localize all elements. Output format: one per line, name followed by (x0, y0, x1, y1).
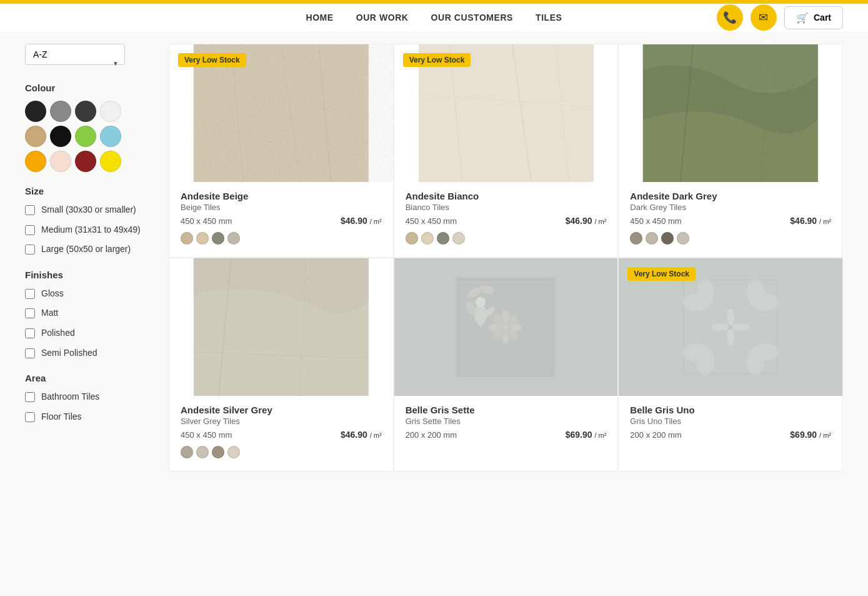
swatch-pink[interactable] (50, 151, 71, 172)
swatch-orange[interactable] (25, 151, 46, 172)
area-bathroom-item: Bathroom Tiles (25, 391, 150, 403)
product-image-4 (169, 258, 393, 396)
finish-gloss-label[interactable]: Gloss (41, 288, 64, 300)
product-unit-1: / m² (370, 218, 382, 225)
product-subtitle-5: Gris Sette Tiles (406, 417, 607, 426)
size-large-label[interactable]: Large (50x50 or larger) (41, 243, 131, 256)
phone-icon[interactable]: 📞 (717, 4, 743, 31)
mini-swatch[interactable] (646, 232, 658, 245)
sidebar: A-Z Z-A Price: Low to High Price: High t… (25, 44, 169, 472)
swatch-red[interactable] (75, 151, 96, 172)
product-card-1[interactable]: Very Low Stock Andesite Beige Beige Tile (169, 44, 394, 258)
mini-swatch[interactable] (181, 232, 193, 245)
email-icon[interactable]: ✉ (751, 4, 777, 31)
finish-gloss-checkbox[interactable] (25, 289, 35, 299)
header-right: 📞 ✉ 🛒 Cart (717, 4, 843, 31)
mini-swatch[interactable] (181, 446, 193, 458)
size-medium-checkbox[interactable] (25, 225, 35, 235)
products-area: Very Low Stock Andesite Beige Beige Tile (169, 44, 843, 472)
size-large-checkbox[interactable] (25, 245, 35, 255)
swatch-yellow[interactable] (100, 151, 121, 172)
svg-point-20 (476, 297, 486, 307)
finishes-filter-title: Finishes (25, 270, 150, 280)
product-name-4: Andesite Silver Grey (181, 405, 382, 415)
mini-swatch[interactable] (406, 232, 418, 245)
colour-filter-title: Colour (25, 83, 150, 93)
product-unit-3: / m² (819, 218, 831, 225)
swatch-tan[interactable] (25, 126, 46, 147)
finish-gloss-item: Gloss (25, 288, 150, 300)
product-size-5: 200 x 200 mm (406, 430, 457, 440)
swatch-white[interactable] (100, 101, 121, 122)
product-price-1: $46.90 / m² (341, 216, 382, 226)
finish-polished-label[interactable]: Polished (41, 327, 75, 340)
product-details-1: 450 x 450 mm $46.90 / m² (181, 216, 382, 226)
finish-semi-polished-checkbox[interactable] (25, 348, 35, 358)
sort-dropdown[interactable]: A-Z Z-A Price: Low to High Price: High t… (25, 44, 125, 65)
area-floor-label[interactable]: Floor Tiles (41, 411, 82, 423)
mini-swatch[interactable] (196, 232, 209, 245)
nav-our-customers[interactable]: OUR CUSTOMERS (431, 13, 513, 23)
swatch-black2[interactable] (50, 126, 71, 147)
size-small-checkbox[interactable] (25, 205, 35, 215)
size-filter: Size Small (30x30 or smaller) Medium (31… (25, 186, 150, 256)
product-unit-6: / m² (819, 432, 831, 439)
size-medium-label[interactable]: Medium (31x31 to 49x49) (41, 224, 141, 236)
main-nav: HOME OUR WORK OUR CUSTOMERS TILES (306, 13, 562, 23)
product-subtitle-1: Beige Tiles (181, 203, 382, 212)
swatch-black[interactable] (25, 101, 46, 122)
mini-swatch[interactable] (452, 232, 465, 245)
area-floor-checkbox[interactable] (25, 412, 35, 422)
svg-point-45 (751, 343, 779, 361)
mini-swatch[interactable] (212, 232, 224, 245)
swatch-green[interactable] (75, 126, 96, 147)
finish-matt-checkbox[interactable] (25, 308, 35, 318)
stock-badge-1: Very Low Stock (178, 53, 246, 67)
mini-swatch[interactable] (630, 232, 642, 245)
product-price-2: $46.90 / m² (566, 216, 607, 226)
product-details-6: 200 x 200 mm $69.90 / m² (630, 430, 831, 440)
mini-swatch[interactable] (677, 232, 689, 245)
mini-swatch[interactable] (421, 232, 434, 245)
svg-point-47 (727, 308, 734, 326)
cart-button[interactable]: 🛒 Cart (784, 6, 843, 29)
nav-tiles[interactable]: TILES (536, 13, 562, 23)
colour-filter: Colour (25, 83, 150, 172)
stock-badge-6: Very Low Stock (627, 267, 696, 281)
area-filter: Area Bathroom Tiles Floor Tiles (25, 373, 150, 423)
mini-swatch[interactable] (661, 232, 674, 245)
finish-semi-polished-label[interactable]: Semi Polished (41, 347, 97, 360)
finish-polished-checkbox[interactable] (25, 328, 35, 338)
product-unit-4: / m² (370, 432, 382, 439)
svg-point-43 (682, 343, 710, 361)
product-card-4[interactable]: Andesite Silver Grey Silver Grey Tiles 4… (169, 258, 394, 472)
product-info-1: Andesite Beige Beige Tiles 450 x 450 mm … (169, 182, 393, 226)
product-subtitle-2: Bianco Tiles (406, 203, 607, 212)
product-price-4: $46.90 / m² (341, 430, 382, 440)
size-small-label[interactable]: Small (30x30 or smaller) (41, 204, 136, 216)
product-name-5: Belle Gris Sette (406, 405, 607, 415)
swatch-grey[interactable] (50, 101, 71, 122)
svg-point-48 (727, 328, 734, 346)
product-card-3[interactable]: Andesite Dark Grey Dark Grey Tiles 450 x… (618, 44, 843, 258)
svg-point-50 (732, 323, 749, 331)
size-large-item: Large (50x50 or larger) (25, 243, 150, 256)
area-bathroom-checkbox[interactable] (25, 392, 35, 402)
mini-swatch[interactable] (227, 446, 240, 458)
mini-swatch[interactable] (227, 232, 240, 245)
finish-matt-label[interactable]: Matt (41, 307, 58, 320)
product-card-5[interactable]: Belle Gris Sette Gris Sette Tiles 200 x … (394, 258, 619, 472)
product-size-6: 200 x 200 mm (630, 430, 681, 440)
swatch-darkgrey[interactable] (75, 101, 96, 122)
swatch-lightblue[interactable] (100, 126, 121, 147)
nav-home[interactable]: HOME (306, 13, 333, 23)
product-card-6[interactable]: Very Low Stock (618, 258, 843, 472)
mini-swatch[interactable] (196, 446, 209, 458)
nav-our-work[interactable]: OUR WORK (356, 13, 409, 23)
area-bathroom-label[interactable]: Bathroom Tiles (41, 391, 99, 403)
product-card-2[interactable]: Very Low Stock Andesite Bianco Bianco Ti… (394, 44, 619, 258)
product-unit-5: / m² (594, 432, 606, 439)
mini-swatch[interactable] (212, 446, 224, 458)
mini-swatch[interactable] (437, 232, 449, 245)
svg-point-49 (712, 323, 729, 331)
